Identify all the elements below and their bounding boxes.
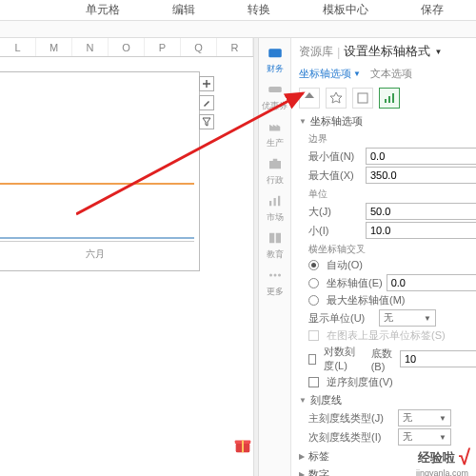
sidebar-edu[interactable]: 教育	[261, 229, 289, 261]
show-unit-label-text: 在图表上显示单位标签(S)	[327, 328, 446, 343]
menu-edit[interactable]: 编辑	[172, 2, 195, 18]
chart-icon	[267, 192, 284, 209]
chart-add-button[interactable]	[199, 76, 214, 91]
major-tick-select[interactable]: 无▼	[398, 409, 451, 426]
sidebar-market[interactable]: 市场	[261, 192, 289, 224]
reverse-checkbox[interactable]	[308, 377, 319, 387]
cross-max-radio[interactable]	[308, 295, 319, 306]
sidebar-label: 更多	[267, 286, 284, 298]
col-P[interactable]: P	[145, 38, 181, 56]
cross-auto-radio[interactable]	[308, 260, 319, 270]
chevron-right-icon[interactable]: ▶	[299, 470, 305, 476]
watermark-text: 经验啦	[418, 449, 455, 466]
minor-unit-input[interactable]	[366, 222, 476, 239]
check-icon: √	[459, 446, 470, 470]
cross-value-label: 坐标轴值(E)	[327, 276, 383, 290]
sidebar-label: 市场	[267, 211, 284, 224]
svg-rect-2	[269, 161, 281, 169]
cross-value-input[interactable]	[387, 274, 476, 291]
tab-text-options[interactable]: 文本选项	[370, 65, 412, 82]
sidebar-label: 行政	[267, 174, 284, 187]
cross-value-radio[interactable]	[308, 278, 319, 288]
svg-point-8	[273, 274, 276, 277]
toolbar-strip	[0, 21, 476, 38]
chart-plot	[0, 144, 194, 242]
filter-icon	[202, 117, 211, 127]
sidebar-admin[interactable]: 行政	[261, 155, 289, 187]
log-scale-checkbox[interactable]	[308, 354, 316, 365]
major-unit-input[interactable]	[366, 203, 476, 220]
ticket-icon	[267, 81, 284, 98]
col-N[interactable]: N	[72, 38, 109, 56]
svg-point-9	[278, 274, 281, 277]
axis-icon[interactable]	[379, 88, 400, 109]
sidebar-coupon[interactable]: 优惠券	[261, 81, 289, 112]
display-unit-select[interactable]: 无▼	[379, 309, 436, 327]
top-menu: 单元格 编辑 转换 模板中心 保存	[0, 0, 476, 21]
minor-tick-select[interactable]: 无▼	[398, 428, 451, 446]
chart-style-button[interactable]	[199, 95, 214, 110]
factory-icon	[267, 118, 284, 135]
reverse-label: 逆序刻度值(V)	[327, 375, 393, 389]
sidebar-label: 财务	[267, 63, 284, 75]
chart-series-2	[0, 237, 194, 239]
chart-x-axis	[0, 241, 194, 242]
col-M[interactable]: M	[36, 38, 72, 56]
min-input[interactable]	[366, 148, 476, 165]
fill-icon[interactable]	[299, 88, 320, 109]
chevron-down-icon[interactable]: ▼	[299, 396, 307, 405]
format-axis-panel: 资源库 | 设置坐标轴格式 ▼ ✕ 坐标轴选项▼ 文本选项 ▼坐标轴选项 边界 …	[291, 38, 476, 476]
menu-save[interactable]: 保存	[421, 2, 444, 18]
show-unit-label-checkbox	[308, 330, 319, 341]
embedded-chart[interactable]: 六月	[0, 71, 200, 271]
log-scale-label: 对数刻度(L)	[324, 345, 363, 373]
bounds-header: 边界	[299, 132, 476, 146]
sidebar-produce[interactable]: 生产	[261, 118, 289, 149]
sidebar-label: 优惠券	[262, 100, 288, 112]
chart-filter-button[interactable]	[199, 114, 214, 129]
major-tick-label: 主刻度线类型(J)	[308, 411, 394, 426]
tab-axis-options[interactable]: 坐标轴选项▼	[299, 65, 361, 82]
sidebar-more[interactable]: 更多	[261, 267, 289, 298]
col-R[interactable]: R	[217, 38, 253, 56]
svg-rect-3	[272, 159, 277, 161]
plus-icon	[202, 79, 211, 89]
svg-rect-6	[278, 196, 280, 207]
menu-convert[interactable]: 转换	[248, 2, 270, 18]
watermark-site: jingyanla.com	[416, 468, 468, 476]
resource-library[interactable]: 资源库	[299, 44, 333, 60]
menu-template[interactable]: 模板中心	[323, 2, 368, 18]
log-base-input[interactable]	[400, 350, 476, 367]
units-header: 单位	[299, 188, 476, 201]
col-Q[interactable]: Q	[181, 38, 217, 56]
panel-title-caret-icon[interactable]: ▼	[434, 48, 442, 56]
svg-rect-1	[268, 87, 282, 92]
chevron-right-icon[interactable]: ▶	[299, 452, 305, 461]
sidebar-finance[interactable]: 财务	[261, 44, 289, 75]
svg-rect-12	[388, 96, 390, 103]
svg-rect-10	[358, 93, 367, 103]
wallet-icon	[267, 44, 284, 61]
menu-cell[interactable]: 单元格	[86, 2, 120, 18]
display-unit-label: 显示单位(U)	[308, 311, 375, 326]
axis-icon-row	[299, 88, 476, 109]
gift-icon[interactable]	[232, 434, 253, 455]
svg-rect-5	[273, 198, 275, 206]
chart-x-label: 六月	[86, 248, 105, 261]
max-input[interactable]	[366, 167, 476, 184]
effects-icon[interactable]	[326, 88, 347, 109]
minor-unit-label: 小(I)	[308, 224, 362, 238]
svg-point-7	[269, 274, 272, 277]
section-ticks: 刻度线	[310, 393, 342, 407]
size-icon[interactable]	[352, 88, 373, 109]
spreadsheet-area[interactable]: L M N O P Q R 六月	[0, 38, 253, 476]
log-base-label: 底数(B)	[371, 347, 396, 372]
cross-max-label: 最大坐标轴值(M)	[327, 293, 406, 307]
col-L[interactable]: L	[0, 38, 36, 56]
svg-rect-4	[269, 201, 271, 206]
chevron-down-icon[interactable]: ▼	[299, 117, 307, 126]
minor-tick-label: 次刻度线类型(I)	[308, 430, 394, 445]
section-number: 数字	[308, 467, 329, 476]
col-O[interactable]: O	[109, 38, 145, 56]
svg-rect-0	[268, 49, 282, 57]
